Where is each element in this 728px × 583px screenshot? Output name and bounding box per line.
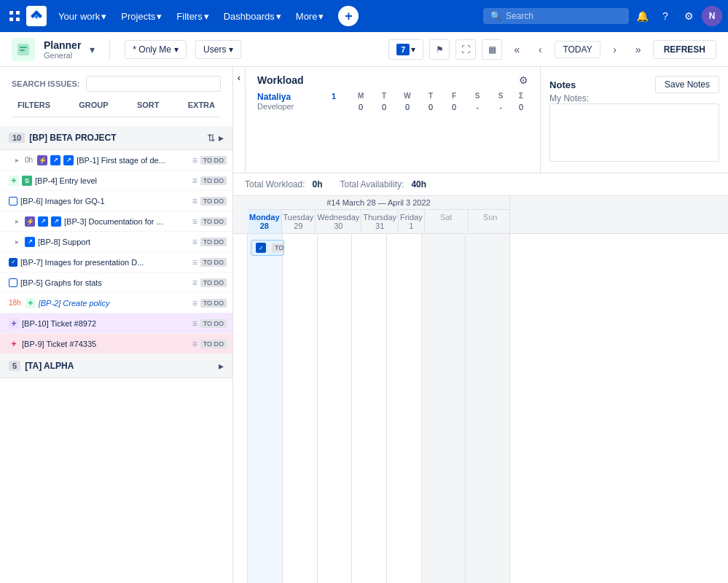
users-dropdown[interactable]: Users ▾: [195, 40, 241, 59]
checkbox-checked-icon[interactable]: ✓: [9, 258, 17, 267]
notes-textarea[interactable]: [549, 103, 719, 162]
workload-values: 0 0 0 0 0 - - 0: [351, 103, 528, 111]
status-badge: TO DO: [200, 238, 227, 246]
prev-prev-icon[interactable]: «: [508, 41, 525, 58]
cal-col-monday: ✓ [BP-7] Images for presentation DHD TO …: [248, 234, 283, 583]
alpha-expand-icon[interactable]: ▸: [219, 360, 224, 372]
dashboards-nav[interactable]: Dashboards ▾: [218, 8, 287, 25]
issue-row[interactable]: ✓ [BP-7] Images for presentation D... ≡ …: [0, 252, 232, 273]
right-main: ‹ Workload ⚙ Nataliya Developer 1 M: [233, 67, 728, 583]
issue-row[interactable]: + [BP-10] Ticket #8972 ≡ TO DO: [0, 313, 232, 334]
expand-icon[interactable]: ▸: [12, 237, 22, 247]
day-header-friday: Friday 1: [399, 210, 425, 233]
issue-row[interactable]: ▸ ↗ [BP-8] Support ≡ TO DO: [0, 232, 232, 252]
svg-rect-0: [9, 11, 13, 15]
flag-icon[interactable]: ⚑: [429, 39, 450, 60]
more-label: More: [296, 11, 318, 22]
calendar-event[interactable]: ✓ [BP-7] Images for presentation DHD TO …: [251, 240, 284, 256]
cal-col-tuesday: [283, 234, 318, 583]
issue-row[interactable]: [BP-6] Images for GQ-1 ≡ TO DO: [0, 191, 232, 211]
cal-col-wednesday: [318, 234, 353, 583]
checkbox-icon[interactable]: [9, 197, 17, 206]
calendar-week-header: #14 March 28 — April 3 2022 Monday 28 Tu…: [233, 196, 728, 234]
search-issues-row: SEARCH ISSUES:: [12, 76, 221, 92]
gear-icon[interactable]: ⚙: [519, 74, 528, 86]
user-avatar[interactable]: N: [702, 6, 722, 26]
more-icon[interactable]: ≡: [192, 298, 197, 308]
expand-icon[interactable]: ▸: [12, 216, 22, 227]
save-notes-button[interactable]: Save Notes: [655, 76, 719, 93]
workload-days-header: M T W T F S S Σ: [351, 92, 528, 100]
search-issues-input[interactable]: [86, 76, 221, 92]
add-icon[interactable]: +: [9, 318, 19, 329]
today-button[interactable]: TODAY: [555, 41, 600, 58]
more-icon[interactable]: ≡: [192, 237, 197, 247]
beta-project-header[interactable]: 10 [BP] BETA PROJECT ⇅ ▸: [0, 126, 232, 150]
search-box[interactable]: 🔍 Search: [483, 8, 629, 24]
issue-row[interactable]: [BP-5] Graphs for stats ≡ TO DO: [0, 273, 232, 293]
add-icon[interactable]: +: [9, 176, 19, 186]
calendar-grid-icon[interactable]: ▦: [482, 39, 502, 60]
filters-nav[interactable]: Filters ▾: [171, 8, 214, 25]
left-panel: SEARCH ISSUES: FILTERS GROUP SORT EXTRA …: [0, 67, 233, 583]
create-button[interactable]: +: [338, 6, 359, 26]
project-sort-icon[interactable]: ⇅: [207, 132, 216, 144]
next-icon[interactable]: ›: [606, 41, 624, 58]
more-icon[interactable]: ≡: [192, 216, 197, 227]
add-icon[interactable]: +: [9, 339, 19, 349]
projects-nav[interactable]: Projects ▾: [115, 8, 168, 25]
status-badge: TO DO: [200, 217, 227, 226]
extra-button[interactable]: EXTRA: [185, 99, 218, 111]
project-expand-icon[interactable]: ▸: [219, 132, 224, 144]
filters-label: Filters: [176, 11, 202, 22]
expand-icon[interactable]: ⛶: [455, 39, 476, 60]
subtask-badge: ↗: [50, 155, 60, 165]
filters-button[interactable]: FILTERS: [15, 99, 53, 111]
more-icon[interactable]: ≡: [192, 196, 197, 206]
collapse-panel-button[interactable]: ‹: [233, 67, 246, 173]
alpha-project-name: [TA] ALPHA: [25, 361, 74, 371]
alpha-project-header[interactable]: 5 [TA] ALPHA ▸: [0, 354, 232, 378]
story-badge: S: [22, 176, 32, 186]
your-work-nav[interactable]: Your work ▾: [52, 8, 112, 25]
week-dropdown[interactable]: 7 ▾: [388, 39, 423, 60]
checkbox-icon[interactable]: [9, 278, 17, 287]
planner-title-group: Planner General: [44, 39, 81, 60]
more-icon[interactable]: ≡: [192, 176, 197, 186]
next-next-icon[interactable]: »: [630, 41, 647, 58]
calendar-columns: #14 March 28 — April 3 2022 Monday 28 Tu…: [248, 196, 509, 233]
svg-rect-6: [20, 50, 25, 51]
subtask-badge2: ↗: [63, 155, 74, 165]
person-row: Nataliya Developer 1 M T W T F S S: [257, 92, 528, 111]
more-icon[interactable]: ≡: [192, 318, 197, 329]
planner-dropdown-arrow[interactable]: ▾: [90, 44, 95, 55]
issue-row[interactable]: ▸ 0h ⚡ ↗ ↗ [BP-1] First stage of de... ≡…: [0, 150, 232, 171]
issue-row[interactable]: ▸ ⚡ ↗ ↗ [BP-3] Documentation for ... ≡ T…: [0, 211, 232, 232]
jira-logo[interactable]: [26, 6, 47, 26]
settings-icon[interactable]: ⚙: [678, 6, 699, 26]
person-role: Developer: [257, 102, 323, 111]
grid-icon[interactable]: [6, 7, 23, 25]
prev-icon[interactable]: ‹: [531, 41, 549, 58]
more-icon[interactable]: ≡: [192, 339, 197, 349]
add-icon[interactable]: +: [26, 298, 36, 308]
only-me-dropdown[interactable]: * Only Me ▾: [125, 40, 187, 59]
refresh-button[interactable]: REFRESH: [653, 40, 716, 59]
day-header-monday: Monday 28: [248, 210, 282, 233]
chevron-icon: ▾: [204, 11, 209, 22]
status-badge: TO DO: [200, 176, 227, 185]
issue-row[interactable]: + S [BP-4] Entry level ≡ TO DO: [0, 171, 232, 191]
issue-row[interactable]: + [BP-9] Ticket #74335 ≡ TO DO: [0, 334, 232, 354]
notifications-icon[interactable]: 🔔: [632, 6, 652, 26]
more-nav[interactable]: More ▾: [290, 8, 330, 25]
more-icon[interactable]: ≡: [192, 257, 197, 267]
search-placeholder: Search: [506, 11, 533, 21]
help-icon[interactable]: ?: [655, 6, 676, 26]
issue-row[interactable]: 18h + [BP-2] Create policy ≡ TO DO: [0, 293, 232, 313]
more-icon[interactable]: ≡: [192, 278, 197, 288]
more-icon[interactable]: ≡: [192, 155, 197, 165]
group-button[interactable]: GROUP: [76, 99, 111, 111]
sort-button[interactable]: SORT: [134, 99, 163, 111]
calendar-body: ✓ [BP-7] Images for presentation DHD TO …: [233, 234, 728, 583]
expand-icon[interactable]: ▸: [12, 155, 22, 165]
